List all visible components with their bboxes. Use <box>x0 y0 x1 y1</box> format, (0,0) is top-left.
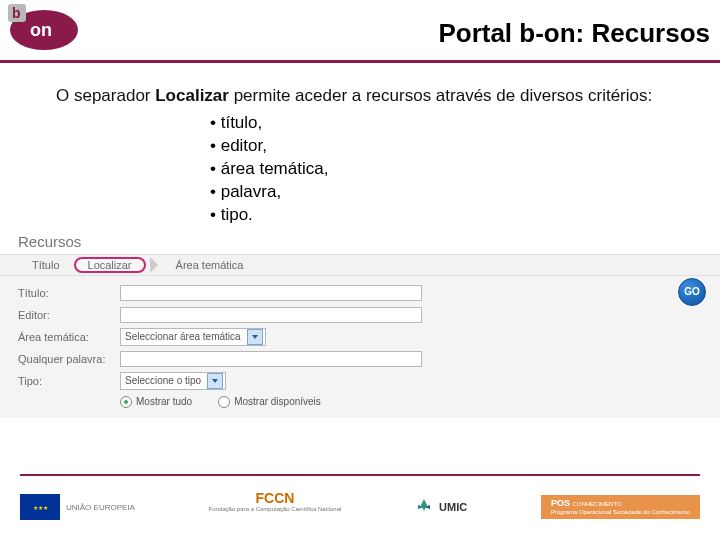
radio-label: Mostrar disponíveis <box>234 396 321 407</box>
pos-1: POS <box>551 498 570 508</box>
radio-mostrar-tudo[interactable]: Mostrar tudo <box>120 396 192 408</box>
eu-label: UNIÃO EUROPEIA <box>66 503 135 512</box>
fccn-logo: FCCN Fundação para a Computação Científi… <box>209 490 342 524</box>
bullet-list: título, editor, área temática, palavra, … <box>210 112 720 227</box>
footer-divider <box>20 474 700 476</box>
bullet-item: área temática, <box>210 158 720 181</box>
chevron-down-icon <box>207 373 223 389</box>
pos-3: Programa Operacional Sociedade do Conhec… <box>551 509 690 516</box>
input-titulo[interactable] <box>120 285 422 301</box>
pos-logo: POS CONHECIMENTO Programa Operacional So… <box>541 495 700 519</box>
footer-logos: UNIÃO EUROPEIA FCCN Fundação para a Comp… <box>20 490 700 524</box>
bullet-item: editor, <box>210 135 720 158</box>
radio-icon <box>218 396 230 408</box>
chevron-down-icon <box>247 329 263 345</box>
intro-text: O separador Localizar permite aceder a r… <box>56 85 664 108</box>
tab-titulo[interactable]: Título <box>18 257 74 273</box>
svg-text:b: b <box>12 5 21 21</box>
intro-prefix: O separador <box>56 86 155 105</box>
fccn-sub: Fundação para a Computação Científica Na… <box>209 506 342 512</box>
eu-flag-icon <box>20 494 60 520</box>
radio-mostrar-disponiveis[interactable]: Mostrar disponíveis <box>218 396 321 408</box>
pos-2: CONHECIMENTO <box>572 501 621 507</box>
label-titulo: Título: <box>18 287 120 299</box>
tab-separator-icon <box>150 257 158 273</box>
tab-localizar[interactable]: Localizar <box>74 257 146 273</box>
eu-logo: UNIÃO EUROPEIA <box>20 490 135 524</box>
tab-bar: Título Localizar Área temática <box>0 254 720 276</box>
intro-suffix: permite aceder a recursos através de div… <box>229 86 652 105</box>
go-button[interactable]: GO <box>678 278 706 306</box>
select-area-value: Seleccionar área temática <box>125 331 241 342</box>
umic-label: UMIC <box>439 501 467 513</box>
label-editor: Editor: <box>18 309 120 321</box>
fccn-mark: FCCN <box>256 490 295 506</box>
bullet-item: tipo. <box>210 204 720 227</box>
select-area[interactable]: Seleccionar área temática <box>120 328 266 346</box>
label-palavra: Qualquer palavra: <box>18 353 120 365</box>
radio-label: Mostrar tudo <box>136 396 192 407</box>
section-label: Recursos <box>18 233 720 250</box>
select-tipo-value: Seleccione o tipo <box>125 375 201 386</box>
search-form: GO Título: Editor: Área temática: Selecc… <box>0 276 720 418</box>
label-tipo: Tipo: <box>18 375 120 387</box>
intro-bold: Localizar <box>155 86 229 105</box>
bullet-item: título, <box>210 112 720 135</box>
radio-icon <box>120 396 132 408</box>
bon-logo: b on <box>6 4 86 52</box>
umic-logo: UMIC <box>415 490 467 524</box>
svg-text:on: on <box>30 20 52 40</box>
label-area: Área temática: <box>18 331 120 343</box>
bullet-item: palavra, <box>210 181 720 204</box>
umic-icon <box>415 498 433 516</box>
select-tipo[interactable]: Seleccione o tipo <box>120 372 226 390</box>
page-title: Portal b-on: Recursos <box>438 18 710 49</box>
input-palavra[interactable] <box>120 351 422 367</box>
tab-area-tematica[interactable]: Área temática <box>162 257 258 273</box>
input-editor[interactable] <box>120 307 422 323</box>
